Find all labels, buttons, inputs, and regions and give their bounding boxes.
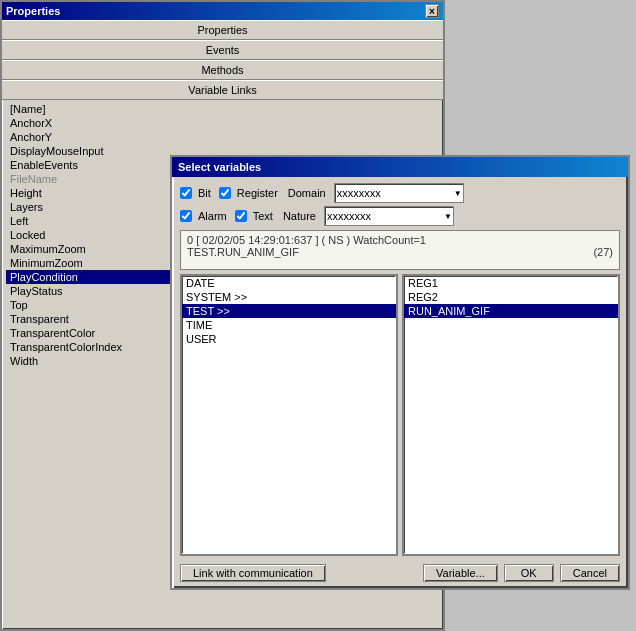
tab-properties[interactable]: Properties — [2, 20, 443, 40]
bit-checkbox[interactable] — [180, 187, 192, 199]
list-item-reg2[interactable]: REG2 — [404, 290, 618, 304]
bit-label: Bit — [198, 187, 211, 199]
nature-select-wrapper: xxxxxxxx — [324, 206, 454, 226]
info-line-1: 0 [ 02/02/05 14:29:01:637 ] ( NS ) Watch… — [187, 234, 613, 246]
variable-button[interactable]: Variable... — [423, 564, 498, 582]
domain-label: Domain — [288, 187, 326, 199]
text-checkbox[interactable] — [235, 210, 247, 222]
ok-button[interactable]: OK — [504, 564, 554, 582]
domain-select-wrapper: xxxxxxxx — [334, 183, 464, 203]
list-item-run-anim-gif[interactable]: RUN_ANIM_GIF — [404, 304, 618, 318]
list-item-test[interactable]: TEST >> — [182, 304, 396, 318]
list-item-time[interactable]: TIME — [182, 318, 396, 332]
alarm-checkbox-group: Alarm — [180, 210, 227, 222]
lists-container: DATE SYSTEM >> TEST >> TIME USER REG1 RE… — [180, 274, 620, 556]
info-line-2: TEST.RUN_ANIM_GIF — [187, 246, 299, 258]
list-item-system[interactable]: SYSTEM >> — [182, 290, 396, 304]
alarm-checkbox[interactable] — [180, 210, 192, 222]
tab-methods[interactable]: Methods — [2, 60, 443, 80]
properties-title-bar: Properties × — [2, 2, 443, 20]
register-checkbox-group: Register — [219, 187, 278, 199]
alarm-label: Alarm — [198, 210, 227, 222]
left-list[interactable]: DATE SYSTEM >> TEST >> TIME USER — [180, 274, 398, 556]
list-item-date[interactable]: DATE — [182, 276, 396, 290]
dialog-buttons: Link with communication Variable... OK C… — [180, 560, 620, 582]
close-icon[interactable]: × — [425, 4, 439, 18]
nature-select[interactable]: xxxxxxxx — [324, 206, 454, 226]
right-list[interactable]: REG1 REG2 RUN_ANIM_GIF — [402, 274, 620, 556]
bit-checkbox-group: Bit — [180, 187, 211, 199]
filter-row-1: Bit Register Domain xxxxxxxx — [180, 183, 620, 203]
list-item-user[interactable]: USER — [182, 332, 396, 346]
prop-anchorx[interactable]: AnchorX — [6, 116, 439, 130]
info-count: (27) — [593, 246, 613, 258]
text-checkbox-group: Text — [235, 210, 273, 222]
properties-tabs: Properties Events Methods Variable Links — [2, 20, 443, 100]
register-label: Register — [237, 187, 278, 199]
nature-label: Nature — [283, 210, 316, 222]
info-line-2-row: TEST.RUN_ANIM_GIF (27) — [187, 246, 613, 258]
info-box: 0 [ 02/02/05 14:29:01:637 ] ( NS ) Watch… — [180, 230, 620, 270]
list-item-reg1[interactable]: REG1 — [404, 276, 618, 290]
dialog-body: Bit Register Domain xxxxxxxx Alarm — [172, 177, 628, 588]
domain-select[interactable]: xxxxxxxx — [334, 183, 464, 203]
dialog-title-bar: Select variables — [172, 157, 628, 177]
prop-anchory[interactable]: AnchorY — [6, 130, 439, 144]
select-variables-dialog: Select variables Bit Register Domain xxx… — [170, 155, 630, 590]
prop-name[interactable]: [Name] — [6, 102, 439, 116]
register-checkbox[interactable] — [219, 187, 231, 199]
cancel-button[interactable]: Cancel — [560, 564, 620, 582]
filter-area: Bit Register Domain xxxxxxxx Alarm — [180, 183, 620, 226]
tab-events[interactable]: Events — [2, 40, 443, 60]
dialog-title-text: Select variables — [178, 161, 261, 173]
properties-title-text: Properties — [6, 5, 60, 17]
link-communication-button[interactable]: Link with communication — [180, 564, 326, 582]
text-label: Text — [253, 210, 273, 222]
filter-row-2: Alarm Text Nature xxxxxxxx — [180, 206, 620, 226]
tab-variable-links[interactable]: Variable Links — [2, 80, 443, 100]
